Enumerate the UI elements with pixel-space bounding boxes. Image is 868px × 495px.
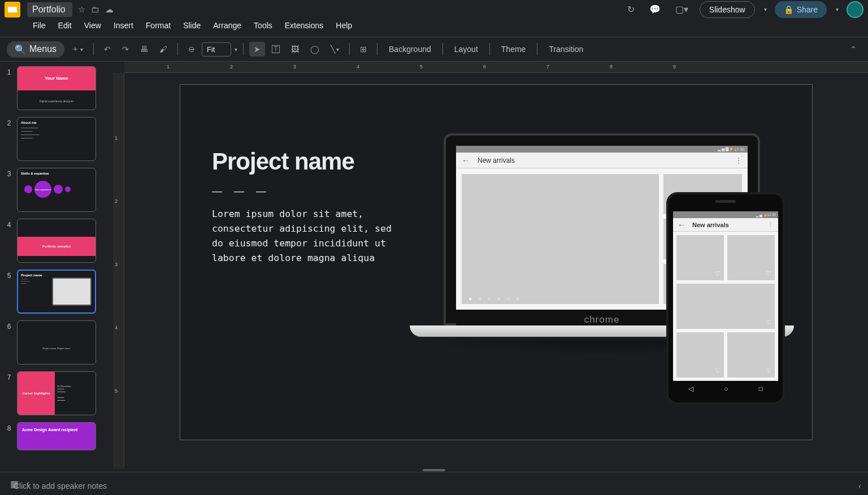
ruler-tick: 5 bbox=[115, 388, 118, 394]
slide-thumbnail-4[interactable]: Portfolio samples bbox=[17, 219, 96, 263]
menu-slide[interactable]: Slide bbox=[179, 19, 205, 32]
menu-help[interactable]: Help bbox=[331, 19, 357, 32]
menu-insert[interactable]: Insert bbox=[109, 19, 138, 32]
phone-grid: ♡ ♡ ♡ ♡ ♡ bbox=[673, 232, 778, 381]
thumb-laptop-mock bbox=[52, 277, 92, 306]
slide-divider: — — — bbox=[212, 185, 271, 197]
phone-header-title: New arrivals bbox=[692, 222, 729, 228]
heart-icon: ♡ bbox=[715, 367, 721, 375]
theme-button[interactable]: Theme bbox=[496, 42, 532, 57]
thumb-title: Project name bbox=[21, 273, 42, 277]
filmstrip[interactable]: 1 Your Name Digital experience designer … bbox=[0, 62, 113, 468]
background-button[interactable]: Background bbox=[383, 42, 437, 57]
share-button[interactable]: 🔒 Share bbox=[775, 1, 827, 18]
menu-extensions[interactable]: Extensions bbox=[280, 19, 328, 32]
print-button[interactable]: 🖶 bbox=[136, 42, 153, 57]
thumb-title: Career highlights bbox=[22, 392, 50, 395]
avatar[interactable] bbox=[847, 1, 863, 18]
menu-edit[interactable]: Edit bbox=[54, 19, 76, 32]
search-icon: 🔍 bbox=[15, 44, 26, 55]
collapse-toolbar-icon[interactable]: ⌃ bbox=[845, 42, 861, 57]
zoom-input[interactable] bbox=[202, 42, 231, 57]
slide-thumbnail-2[interactable]: About me ━━━━━━━━━━━━━━━━━━━━━━━━━━━━━━━… bbox=[17, 117, 96, 161]
slide-thumbnail-1[interactable]: Your Name Digital experience designer bbox=[17, 66, 96, 110]
ruler-tick: 2 bbox=[230, 64, 233, 70]
ruler-tick: 1 bbox=[115, 135, 118, 141]
transition-button[interactable]: Transition bbox=[543, 42, 589, 57]
phone-app-header: ← New arrivals ⋮ bbox=[673, 218, 778, 232]
thumb-labels: Project nameProject name bbox=[40, 347, 72, 350]
menu-tools[interactable]: Tools bbox=[249, 19, 277, 32]
star-icon[interactable]: ☆ bbox=[78, 5, 85, 15]
thumb-title: Skills & expertise bbox=[21, 172, 49, 175]
slideshow-dropdown-icon[interactable]: ▾ bbox=[764, 6, 767, 12]
slide-thumbnail-6[interactable]: Project nameProject name bbox=[17, 320, 96, 364]
slide-thumbnail-8[interactable]: Acme Design Award recipient bbox=[17, 422, 96, 450]
search-menus-label: Menus bbox=[29, 44, 57, 54]
menu-arrange[interactable]: Arrange bbox=[209, 19, 246, 32]
slide-thumbnail-7[interactable]: Career highlights 01 December━━━━━━━━━━━… bbox=[17, 371, 96, 415]
menu-bar: FileEditViewInsertFormatSlideArrangeTool… bbox=[0, 16, 868, 37]
collapse-filmstrip-icon[interactable]: ‹ bbox=[27, 479, 29, 489]
thumb-subtitle: Digital experience designer bbox=[40, 99, 73, 103]
move-folder-icon[interactable]: 🗀 bbox=[91, 5, 99, 15]
layout-button[interactable]: Layout bbox=[449, 42, 484, 57]
menu-view[interactable]: View bbox=[80, 19, 106, 32]
cloud-status-icon: ☁ bbox=[105, 5, 114, 15]
paint-format-button[interactable]: 🖌 bbox=[155, 42, 172, 57]
thumb-body-lines: ━━━━━━━━━━━━━━━━━━━━━━━━━━━━━━━━━━━━━━━━… bbox=[21, 127, 39, 140]
slides-app-icon[interactable] bbox=[5, 2, 20, 18]
thumb-title: Portfolio samples bbox=[42, 245, 71, 248]
menu-format[interactable]: Format bbox=[141, 19, 175, 32]
slide-body-text[interactable]: Lorem ipsum dolor sit amet, consectetur … bbox=[212, 207, 398, 266]
thumb-number: 5 bbox=[5, 270, 14, 280]
ruler-tick: 7 bbox=[546, 64, 549, 70]
select-tool[interactable]: ➤ bbox=[249, 42, 265, 57]
heart-icon: ♡ bbox=[766, 270, 771, 277]
slide-thumbnail-5[interactable]: Project name ━━━━━━━━━━━━━━━━━━━ bbox=[17, 270, 96, 314]
slideshow-button[interactable]: Slideshow bbox=[700, 1, 755, 18]
speaker-notes[interactable]: Click to add speaker notes ‹ bbox=[0, 472, 868, 495]
new-slide-button[interactable]: ＋▾ bbox=[67, 41, 88, 57]
history-icon[interactable]: ↻ bbox=[624, 2, 638, 17]
ruler-tick: 4 bbox=[115, 325, 118, 331]
undo-button[interactable]: ↶ bbox=[99, 42, 115, 57]
menu-file[interactable]: File bbox=[28, 19, 50, 32]
back-arrow-icon: ← bbox=[678, 220, 685, 229]
thumb-number: 8 bbox=[5, 422, 14, 432]
toolbar: 🔍 Menus ＋▾ ↶ ↷ 🖶 🖌 ⊖ ▾ ➤ 🅃 🖼 ◯ ╲ ▾ ⊞ Bac… bbox=[0, 37, 868, 62]
ruler-tick: 5 bbox=[420, 64, 423, 70]
shape-tool[interactable]: ◯ bbox=[306, 42, 324, 57]
zoom-dropdown-icon[interactable]: ▾ bbox=[235, 46, 237, 53]
textbox-tool[interactable]: 🅃 bbox=[267, 42, 284, 57]
thumb-number: 2 bbox=[5, 117, 14, 127]
zoom-out-icon[interactable]: ⊖ bbox=[184, 42, 199, 57]
thumb-number: 7 bbox=[5, 371, 14, 381]
slide-canvas[interactable]: Project name — — — Lorem ipsum dolor sit… bbox=[180, 84, 813, 440]
comment-tool[interactable]: ⊞ bbox=[355, 42, 371, 57]
phone-speaker bbox=[715, 200, 736, 203]
explore-icon[interactable]: ‹ bbox=[858, 481, 861, 490]
redo-button[interactable]: ↷ bbox=[118, 42, 133, 57]
back-arrow-icon: ← bbox=[462, 156, 470, 165]
share-dropdown-icon[interactable]: ▾ bbox=[836, 6, 839, 12]
thumb-number: 3 bbox=[5, 168, 14, 178]
horizontal-ruler[interactable]: 123456789 bbox=[124, 62, 868, 73]
ruler-tick: 6 bbox=[483, 64, 486, 70]
comments-icon[interactable]: 💬 bbox=[646, 2, 664, 17]
slide-title-text[interactable]: Project name bbox=[212, 148, 354, 175]
ruler-tick: 9 bbox=[673, 64, 676, 70]
phone-mockup: ▂ ▅ ⚡ 12:30 ← New arrivals ⋮ ♡ ♡ ♡ ♡ bbox=[666, 192, 785, 405]
search-menus[interactable]: 🔍 Menus bbox=[7, 41, 64, 58]
vertical-ruler[interactable]: 12345 bbox=[113, 73, 124, 468]
line-tool[interactable]: ╲ ▾ bbox=[326, 42, 344, 57]
slide-thumbnail-3[interactable]: Skills & expertise User experience bbox=[17, 168, 96, 212]
thumb-number: 6 bbox=[5, 320, 14, 331]
thumb-circles: User experience bbox=[24, 181, 71, 198]
grid-view-icon[interactable]: ▦ bbox=[10, 479, 19, 489]
image-tool[interactable]: 🖼 bbox=[287, 42, 303, 57]
nav-recent-icon: □ bbox=[759, 385, 763, 393]
document-title-input[interactable] bbox=[27, 2, 72, 17]
meet-icon[interactable]: ▢▾ bbox=[672, 2, 692, 17]
thumb-images bbox=[54, 321, 59, 347]
